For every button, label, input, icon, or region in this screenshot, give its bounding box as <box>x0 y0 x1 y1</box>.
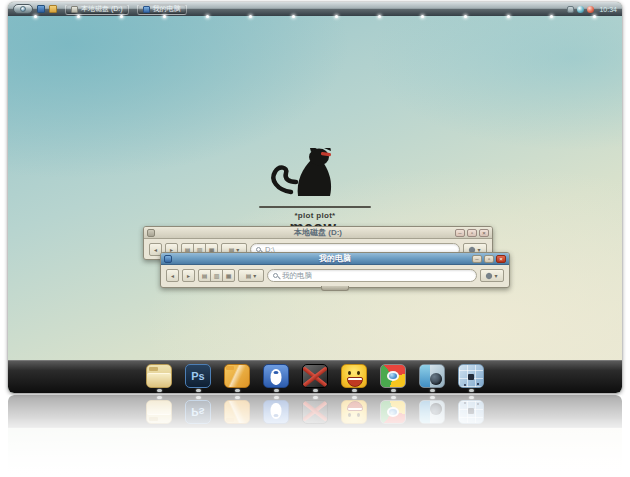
dock-item-gallery[interactable] <box>458 364 484 392</box>
tray-round-blue-icon[interactable] <box>577 6 584 13</box>
window-my-computer: 我的电脑 – ▫ × ◂ ▸ ▤ ▥ ▦ ▤ ▾ <box>160 252 510 288</box>
split-icon: ▤ <box>246 272 252 279</box>
address-search-field[interactable]: 我的电脑 <box>267 269 477 282</box>
photoshop-icon: Ps <box>185 364 211 388</box>
taskbar-button-my-computer[interactable]: 我的电脑 <box>137 4 187 15</box>
back-button[interactable]: ◂ <box>166 269 179 282</box>
computer-icon <box>143 6 150 13</box>
desktop-screen: 本地磁盘 (D:) 我的电脑 10:34 <box>8 395 622 475</box>
showcase-stage: 本地磁盘 (D:) 我的电脑 10:34 <box>0 0 630 477</box>
quick-launch-window-icon[interactable] <box>37 5 45 13</box>
chevron-down-icon: ▾ <box>494 272 497 279</box>
window-title: 我的电脑 <box>161 253 509 265</box>
minimize-button[interactable]: – <box>455 229 465 237</box>
window-titlebar[interactable]: 我的电脑 – ▫ × <box>161 253 509 265</box>
desktop-reflection: 本地磁盘 (D:) 我的电脑 10:34 <box>8 395 622 475</box>
window-toolbar: ◂ ▸ ▤ ▥ ▦ ▤ ▾ 我的电脑 ▾ <box>161 265 509 286</box>
search-icon <box>273 273 278 278</box>
maximize-button[interactable]: ▫ <box>484 255 494 263</box>
dock-item-chrome[interactable] <box>380 364 406 392</box>
window-resize-grip[interactable] <box>321 286 349 291</box>
dock-peg <box>157 389 162 392</box>
dock-item-qq[interactable] <box>263 364 289 392</box>
view-details-button[interactable]: ▦ <box>222 269 235 282</box>
chrome-icon <box>380 364 406 388</box>
start-button[interactable] <box>13 4 33 14</box>
dock-peg <box>430 389 435 392</box>
dock-items: Ps <box>146 361 484 392</box>
computer-window-icon <box>164 255 172 263</box>
clock: 10:34 <box>599 6 617 13</box>
dock-item-xbox[interactable] <box>302 364 328 392</box>
chevron-down-icon: ▾ <box>253 272 256 279</box>
desktop-screen: 本地磁盘 (D:) 我的电脑 10:34 <box>8 2 622 393</box>
dock-item-folder[interactable] <box>146 364 172 392</box>
taskbar-left-cluster: 本地磁盘 (D:) 我的电脑 <box>13 4 187 15</box>
dock: Ps <box>8 360 622 393</box>
smiley-icon <box>341 364 367 388</box>
window-controls: – ▫ × <box>455 229 489 237</box>
folder-icon <box>146 364 172 388</box>
window-controls: – ▫ × <box>472 255 506 263</box>
taskbar-button-label: 我的电脑 <box>153 4 181 14</box>
dock-item-folder-gold[interactable] <box>224 364 250 392</box>
dock-peg <box>196 389 201 392</box>
disk-icon <box>71 6 78 13</box>
dock-peg <box>235 389 240 392</box>
cat-illustration: *plot plot* meow. <box>245 148 385 235</box>
close-button[interactable]: × <box>479 229 489 237</box>
view-dropdown-button[interactable]: ▤ ▾ <box>238 269 264 282</box>
window-title: 本地磁盘 (D:) <box>144 227 492 239</box>
quick-launch-folder-icon[interactable] <box>49 5 57 13</box>
dock-peg <box>313 389 318 392</box>
tray-round-red-icon[interactable] <box>587 6 594 13</box>
start-orb-icon <box>20 6 26 12</box>
dock-peg <box>469 389 474 392</box>
dock-peg <box>274 389 279 392</box>
taskbar-button-label: 本地磁盘 (D:) <box>81 4 123 14</box>
address-text: 我的电脑 <box>282 269 312 282</box>
view-mode-buttons: ▤ ▥ ▦ <box>198 269 235 282</box>
taskbar: 本地磁盘 (D:) 我的电脑 10:34 <box>8 2 622 16</box>
gallery-icon <box>458 364 484 388</box>
maximize-button[interactable]: ▫ <box>467 229 477 237</box>
folder-window-icon <box>147 229 155 237</box>
taskbar-button-local-disk[interactable]: 本地磁盘 (D:) <box>65 4 129 15</box>
tray-square-icon[interactable] <box>567 6 574 13</box>
gear-icon <box>486 273 492 279</box>
folder-gold-icon <box>224 364 250 388</box>
media-icon <box>419 364 445 388</box>
dock-item-smiley[interactable] <box>341 364 367 392</box>
minimize-button[interactable]: – <box>472 255 482 263</box>
forward-button[interactable]: ▸ <box>182 269 195 282</box>
qq-icon <box>263 364 289 388</box>
cat-baseline <box>259 206 371 208</box>
dock-item-photoshop[interactable]: Ps <box>185 364 211 392</box>
window-titlebar[interactable]: 本地磁盘 (D:) – ▫ × <box>144 227 492 239</box>
desktop-wallpaper: *plot plot* meow. <box>8 16 622 360</box>
system-tray: 10:34 <box>567 6 617 13</box>
close-button[interactable]: × <box>496 255 506 263</box>
settings-dropdown-button[interactable]: ▾ <box>480 269 504 282</box>
dock-peg <box>391 389 396 392</box>
dock-peg <box>352 389 357 392</box>
cat-icon <box>255 148 375 200</box>
xbox-icon <box>302 364 328 388</box>
dock-item-media[interactable] <box>419 364 445 392</box>
